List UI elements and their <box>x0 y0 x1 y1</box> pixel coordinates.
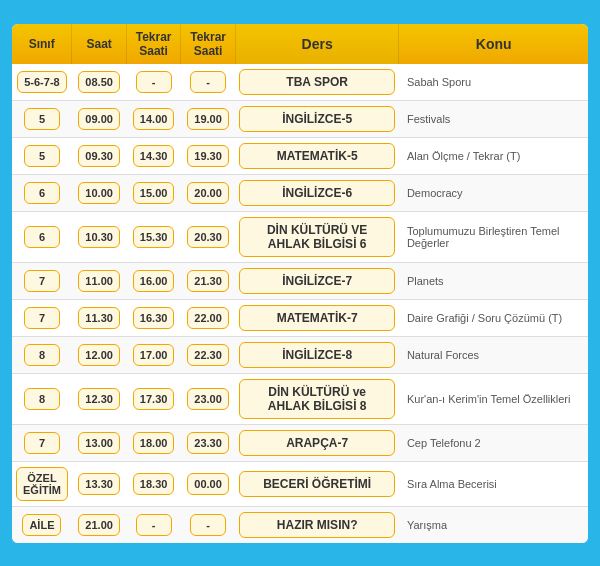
tekrar2-cell: 00.00 <box>187 473 229 495</box>
konu-cell: Cep Telefonu 2 <box>407 437 481 449</box>
col-tekrar1: 16.00 <box>126 262 180 299</box>
sinif-cell: 7 <box>24 307 60 329</box>
col-tekrar2: 20.00 <box>181 174 235 211</box>
tekrar1-cell: 18.00 <box>133 432 175 454</box>
col-tekrar2: 23.00 <box>181 373 235 424</box>
ders-cell: BECERİ ÖĞRETİMİ <box>239 471 395 497</box>
saat-cell: 13.00 <box>78 432 120 454</box>
saat-cell: 12.00 <box>78 344 120 366</box>
header-ders: Ders <box>235 24 399 64</box>
table-header-row: Sınıf Saat Tekrar Saati Tekrar Saati Der… <box>12 24 588 64</box>
col-konu: Kur'an-ı Kerim'in Temel Özellikleri <box>399 373 588 424</box>
col-ders: ARAPÇA-7 <box>235 424 399 461</box>
tekrar2-cell: - <box>190 514 226 536</box>
ders-cell: İNGİLİZCE-5 <box>239 106 395 132</box>
tekrar1-cell: 18.30 <box>133 473 175 495</box>
col-tekrar2: - <box>181 64 235 101</box>
sinif-cell: AİLE <box>22 514 61 536</box>
col-tekrar2: 00.00 <box>181 461 235 506</box>
col-ders: TBA SPOR <box>235 64 399 101</box>
col-saat: 11.00 <box>72 262 126 299</box>
tekrar1-cell: 16.30 <box>133 307 175 329</box>
col-tekrar2: 19.30 <box>181 137 235 174</box>
saat-cell: 09.30 <box>78 145 120 167</box>
saat-cell: 12.30 <box>78 388 120 410</box>
tekrar1-cell: - <box>136 71 172 93</box>
saat-cell: 08.50 <box>78 71 120 93</box>
table-row: 6 10.30 15.30 20.30 DİN KÜLTÜRÜ VE AHLAK… <box>12 211 588 262</box>
col-konu: Democracy <box>399 174 588 211</box>
konu-cell: Kur'an-ı Kerim'in Temel Özellikleri <box>407 393 571 405</box>
col-saat: 13.00 <box>72 424 126 461</box>
saat-cell: 10.00 <box>78 182 120 204</box>
col-tekrar2: 23.30 <box>181 424 235 461</box>
tekrar1-cell: 14.30 <box>133 145 175 167</box>
konu-cell: Toplumumuzu Birleştiren Temel Değerler <box>407 225 560 249</box>
table-row: 7 13.00 18.00 23.30 ARAPÇA-7 Cep Telefon… <box>12 424 588 461</box>
saat-cell: 21.00 <box>78 514 120 536</box>
ders-cell: İNGİLİZCE-6 <box>239 180 395 206</box>
ders-cell: İNGİLİZCE-7 <box>239 268 395 294</box>
col-sinif: 5 <box>12 100 72 137</box>
col-ders: İNGİLİZCE-8 <box>235 336 399 373</box>
tekrar1-cell: 17.00 <box>133 344 175 366</box>
col-konu: Cep Telefonu 2 <box>399 424 588 461</box>
saat-cell: 10.30 <box>78 226 120 248</box>
col-tekrar1: 17.30 <box>126 373 180 424</box>
col-konu: Alan Ölçme / Tekrar (T) <box>399 137 588 174</box>
header-tekrar2: Tekrar Saati <box>181 24 235 64</box>
konu-cell: Alan Ölçme / Tekrar (T) <box>407 150 521 162</box>
table-row: 6 10.00 15.00 20.00 İNGİLİZCE-6 Democrac… <box>12 174 588 211</box>
konu-cell: Sabah Sporu <box>407 76 471 88</box>
col-tekrar1: 15.30 <box>126 211 180 262</box>
col-tekrar2: 19.00 <box>181 100 235 137</box>
header-sinif: Sınıf <box>12 24 72 64</box>
tekrar2-cell: 23.30 <box>187 432 229 454</box>
tekrar1-cell: - <box>136 514 172 536</box>
tekrar2-cell: 23.00 <box>187 388 229 410</box>
ders-cell: TBA SPOR <box>239 69 395 95</box>
tekrar1-cell: 15.00 <box>133 182 175 204</box>
col-saat: 09.00 <box>72 100 126 137</box>
table-row: 5 09.30 14.30 19.30 MATEMATİK-5 Alan Ölç… <box>12 137 588 174</box>
sinif-cell: 5-6-7-8 <box>17 71 66 93</box>
col-tekrar1: - <box>126 506 180 543</box>
ders-cell: MATEMATİK-7 <box>239 305 395 331</box>
col-sinif: 6 <box>12 211 72 262</box>
table-row: AİLE 21.00 - - HAZIR MISIN? Yarışma <box>12 506 588 543</box>
tekrar2-cell: 20.30 <box>187 226 229 248</box>
col-tekrar1: 16.30 <box>126 299 180 336</box>
table-body: 5-6-7-8 08.50 - - TBA SPOR Sabah Sporu 5… <box>12 64 588 543</box>
konu-cell: Sıra Alma Becerisi <box>407 478 497 490</box>
col-konu: Natural Forces <box>399 336 588 373</box>
col-tekrar1: - <box>126 64 180 101</box>
col-konu: Toplumumuzu Birleştiren Temel Değerler <box>399 211 588 262</box>
header-saat: Saat <box>72 24 126 64</box>
col-saat: 13.30 <box>72 461 126 506</box>
sinif-cell: 7 <box>24 432 60 454</box>
konu-cell: Planets <box>407 275 444 287</box>
saat-cell: 11.00 <box>78 270 120 292</box>
konu-cell: Festivals <box>407 113 450 125</box>
table-row: 5 09.00 14.00 19.00 İNGİLİZCE-5 Festival… <box>12 100 588 137</box>
table-row: 7 11.30 16.30 22.00 MATEMATİK-7 Daire Gr… <box>12 299 588 336</box>
col-saat: 12.30 <box>72 373 126 424</box>
ders-cell: DİN KÜLTÜRÜ ve AHLAK BİLGİSİ 8 <box>239 379 395 419</box>
ders-cell: ARAPÇA-7 <box>239 430 395 456</box>
col-saat: 12.00 <box>72 336 126 373</box>
col-sinif: 7 <box>12 262 72 299</box>
tekrar2-cell: - <box>190 71 226 93</box>
col-saat: 11.30 <box>72 299 126 336</box>
col-ders: İNGİLİZCE-6 <box>235 174 399 211</box>
col-tekrar1: 18.30 <box>126 461 180 506</box>
tekrar1-cell: 17.30 <box>133 388 175 410</box>
col-sinif: 5 <box>12 137 72 174</box>
header-konu: Konu <box>399 24 588 64</box>
col-tekrar1: 15.00 <box>126 174 180 211</box>
col-tekrar1: 14.30 <box>126 137 180 174</box>
tekrar2-cell: 22.30 <box>187 344 229 366</box>
schedule-table-wrapper: Sınıf Saat Tekrar Saati Tekrar Saati Der… <box>10 22 590 545</box>
col-sinif: 6 <box>12 174 72 211</box>
col-ders: DİN KÜLTÜRÜ VE AHLAK BİLGİSİ 6 <box>235 211 399 262</box>
table-row: 7 11.00 16.00 21.30 İNGİLİZCE-7 Planets <box>12 262 588 299</box>
